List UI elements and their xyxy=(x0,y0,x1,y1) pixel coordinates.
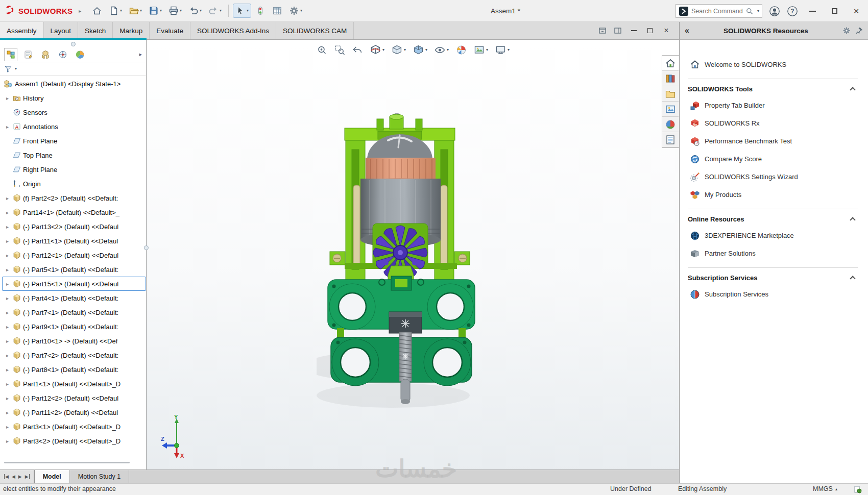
tree-item[interactable]: Front Plane xyxy=(2,134,146,148)
horizontal-scrollbar[interactable] xyxy=(4,462,130,463)
apply-scene-button[interactable]: ▾ xyxy=(472,43,489,57)
ribbon-tab-layout[interactable]: Layout xyxy=(44,22,79,39)
taskpane-tab-file-explorer[interactable] xyxy=(662,86,679,102)
tree-item[interactable]: Top Plane xyxy=(2,148,146,162)
view-orientation-button[interactable]: ▾ xyxy=(390,43,407,57)
tree-item[interactable]: ▸(-) Part7<2> (Default) <<Default: xyxy=(2,348,146,362)
search-commands-box[interactable]: ▾ xyxy=(676,4,762,18)
expand-arrow-icon[interactable]: ▸ xyxy=(4,338,11,344)
open-folder-button[interactable]: ▾ xyxy=(126,4,144,18)
next-tab-button[interactable]: ▶ xyxy=(18,474,22,479)
tree-item[interactable]: ▸(-) Part7<1> (Default) <<Default: xyxy=(2,305,146,319)
taskpane-link-partner-solutions[interactable]: Partner Solutions xyxy=(688,244,858,262)
tree-item[interactable]: ▸AAnnotations xyxy=(2,119,146,134)
dimxpert-tab[interactable] xyxy=(56,48,69,61)
taskpane-tab-design-library[interactable] xyxy=(662,71,679,86)
pin-icon[interactable] xyxy=(855,27,863,35)
expand-arrow-icon[interactable]: ▸ xyxy=(4,124,11,130)
edit-appearance-button[interactable] xyxy=(454,43,468,57)
model-tab-motion-study-1[interactable]: Motion Study 1 xyxy=(70,470,129,483)
tree-root-item[interactable]: Assem1 (Default) <Display State-1> xyxy=(2,77,146,91)
tree-item[interactable]: ▸(f) Part2<2> (Default) <<Default: xyxy=(2,191,146,205)
expand-arrow-icon[interactable]: ▸ xyxy=(4,210,11,215)
tree-item[interactable]: Right Plane xyxy=(2,162,146,177)
expand-arrow-icon[interactable]: ▸ xyxy=(4,238,11,244)
expand-arrow-icon[interactable]: ▸ xyxy=(4,224,11,230)
doc-restore-button[interactable] xyxy=(645,26,655,35)
ribbon-tab-assembly[interactable]: Assembly xyxy=(0,22,44,39)
first-tab-button[interactable]: ◀ xyxy=(4,474,9,479)
collapse-taskpane-button[interactable]: « xyxy=(685,26,689,35)
zoom-to-area-button[interactable] xyxy=(333,43,346,57)
expand-arrow-icon[interactable]: ▸ xyxy=(4,253,11,258)
model-tab-model[interactable]: Model xyxy=(34,470,70,483)
hide-show-items-button[interactable]: ▾ xyxy=(433,43,450,57)
expand-arrow-icon[interactable]: ▸ xyxy=(4,353,11,358)
propertymanager-tab[interactable] xyxy=(21,48,35,61)
tree-item[interactable]: ▸Part1<1> (Default) <<Default>_D xyxy=(2,377,146,391)
section-view-button[interactable]: ▾ xyxy=(369,43,385,57)
ribbon-tab-solidworks-cam[interactable]: SOLIDWORKS CAM xyxy=(276,22,354,39)
display-style-button[interactable]: ▾ xyxy=(412,43,428,57)
expand-arrow-icon[interactable]: ▸ xyxy=(4,424,11,430)
taskpane-link-3dexperience-marketplace[interactable]: 3DEXPERIENCE Marketplace xyxy=(688,227,858,244)
search-icon[interactable] xyxy=(745,7,754,15)
taskpane-link-solidworks-settings-wizard[interactable]: SOLIDWORKS Settings Wizard xyxy=(688,168,858,186)
expand-arrow-icon[interactable]: ▸ xyxy=(4,381,11,387)
tree-item[interactable]: ▸Part3<1> (Default) <<Default>_D xyxy=(2,419,146,434)
ribbon-tab-evaluate[interactable]: Evaluate xyxy=(150,22,190,39)
maximize-button[interactable] xyxy=(827,4,842,19)
displaymanager-tab[interactable] xyxy=(74,48,87,61)
status-tag-icon[interactable] xyxy=(854,485,862,493)
tree-item[interactable]: ▸(-) Part12<1> (Default) <<Defaul xyxy=(2,248,146,262)
taskpane-tab-custom-properties[interactable] xyxy=(662,132,679,147)
chevron-up-icon[interactable] xyxy=(850,276,855,281)
brand-expand-arrow-icon[interactable]: ▸ xyxy=(79,8,81,14)
pane-preview-icon[interactable] xyxy=(598,27,607,35)
selection-toggle-button[interactable] xyxy=(253,4,268,18)
close-button[interactable]: × xyxy=(849,4,864,19)
graphics-viewport[interactable]: ▾▾▾▾▾▾ xyxy=(147,40,679,469)
tree-item[interactable]: ▸(-) Part15<1> (Default) <<Defaul xyxy=(2,277,146,291)
tree-item[interactable]: ▸(-) Part5<1> (Default) <<Default: xyxy=(2,262,146,277)
expand-arrow-icon[interactable]: ▸ xyxy=(4,310,11,315)
units-selector[interactable]: MMGS ▴ xyxy=(813,485,837,492)
section-header[interactable]: Online Resources xyxy=(688,211,858,227)
tree-item[interactable]: ▸Part14<1> (Default) <<Default>_ xyxy=(2,205,146,219)
save-button[interactable]: ▾ xyxy=(146,4,164,18)
taskpane-link-subscription-services[interactable]: Subscription Services xyxy=(688,285,858,303)
tree-item[interactable]: ▸(-) Part4<1> (Default) <<Default: xyxy=(2,291,146,305)
taskpane-tab-view-palette[interactable] xyxy=(662,102,679,117)
manager-tabs-overflow-arrow[interactable]: ▸ xyxy=(139,51,142,58)
print-button[interactable]: ▾ xyxy=(166,4,184,18)
tree-item[interactable]: ▸(-) Part9<1> (Default) <<Default: xyxy=(2,319,146,334)
taskpane-options-gear-icon[interactable] xyxy=(842,27,851,35)
taskpane-link-solidworks-rx[interactable]: RxSOLIDWORKS Rx xyxy=(688,114,858,132)
expand-arrow-icon[interactable]: ▸ xyxy=(4,410,11,415)
expand-arrow-icon[interactable]: ▸ xyxy=(4,438,11,444)
taskpane-link-property-tab-builder[interactable]: Property Tab Builder xyxy=(688,96,858,114)
expand-arrow-icon[interactable]: ▸ xyxy=(4,367,11,373)
last-tab-button[interactable]: ▶ xyxy=(25,474,30,479)
user-account-icon[interactable] xyxy=(769,6,780,17)
filter-icon[interactable] xyxy=(4,65,12,73)
expand-arrow-icon[interactable]: ▸ xyxy=(4,281,11,287)
featuremanager-tab[interactable] xyxy=(4,48,17,61)
taskpane-tab-resources-home[interactable] xyxy=(662,56,679,71)
taskpane-link-my-products[interactable]: My Products xyxy=(688,186,858,204)
ribbon-tab-markup[interactable]: Markup xyxy=(113,22,150,39)
tree-item[interactable]: ▸(-) Part11<1> (Default) <<Defaul xyxy=(2,234,146,248)
welcome-link[interactable]: Welcome to SOLIDWORKS xyxy=(688,55,858,73)
doc-minimize-button[interactable] xyxy=(629,26,638,35)
filter-caret-icon[interactable]: ▾ xyxy=(15,67,17,71)
section-header[interactable]: SOLIDWORKS Tools xyxy=(688,81,858,96)
minimize-button[interactable] xyxy=(805,4,820,19)
panel-splitter-handle[interactable] xyxy=(144,245,149,250)
evaluate-table-button[interactable] xyxy=(270,4,285,18)
expand-arrow-icon[interactable]: ▸ xyxy=(4,295,11,301)
chevron-up-icon[interactable] xyxy=(850,87,855,92)
expand-arrow-icon[interactable]: ▸ xyxy=(4,324,11,330)
prev-tab-button[interactable]: ◀ xyxy=(12,474,15,479)
tree-item[interactable]: ▸(-) Part13<2> (Default) <<Defaul xyxy=(2,219,146,234)
new-document-button[interactable]: ▾ xyxy=(106,4,125,18)
